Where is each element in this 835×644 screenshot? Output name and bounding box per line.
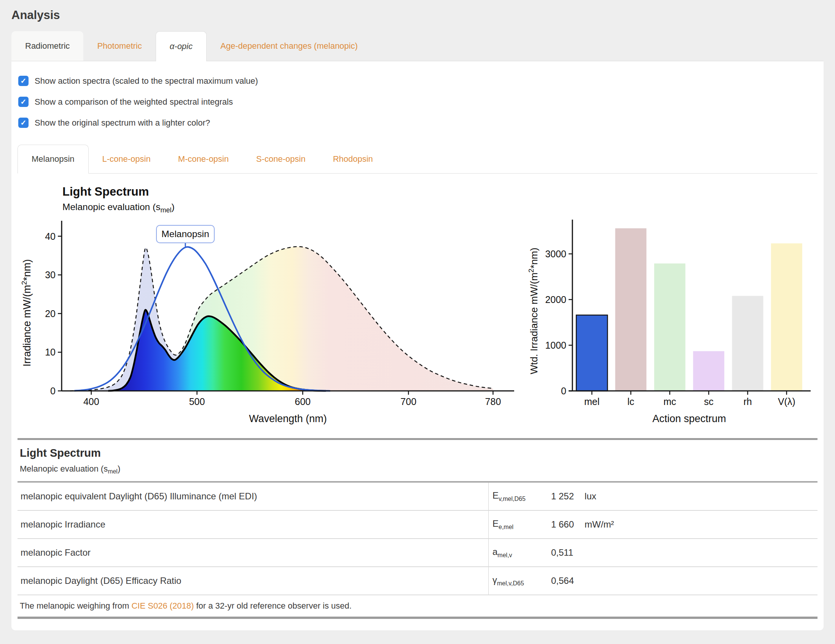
results-table-subtitle: Melanopic evaluation (smel) (20, 464, 815, 475)
metric-label: melanopic equivalent Daylight (D65) Illu… (18, 483, 488, 509)
checkbox-show-action-spectra[interactable]: ✓ (18, 76, 29, 86)
svg-text:rh: rh (743, 396, 752, 407)
metric-unit: mW/m² (585, 519, 614, 530)
checkbox-label: Show a comparison of the weighted spectr… (35, 97, 233, 107)
svg-text:700: 700 (400, 396, 416, 407)
svg-text:Action spectrum: Action spectrum (652, 413, 726, 424)
svg-text:mel: mel (584, 396, 599, 407)
bar-mel (576, 315, 608, 391)
checkmark-icon: ✓ (21, 77, 27, 85)
svg-text:10: 10 (45, 347, 55, 358)
svg-text:Wavelength (nm): Wavelength (nm) (249, 413, 327, 424)
metric-symbol: Ee,mel (488, 511, 551, 538)
checkbox-show-comparison[interactable]: ✓ (18, 97, 29, 107)
svg-text:Irradiance mW/(m2*nm): Irradiance mW/(m2*nm) (20, 259, 33, 366)
tab-radiometric[interactable]: Radiometric (11, 31, 83, 61)
subtab-melanopsin[interactable]: Melanopsin (18, 145, 89, 174)
page-title: Analysis (11, 8, 824, 22)
svg-text:2000: 2000 (545, 294, 566, 305)
checkbox-label: Show action spectra (scaled to the spect… (35, 76, 258, 86)
checkmark-icon: ✓ (21, 119, 27, 126)
metric-label: melanopic Daylight (D65) Efficacy Ratio (18, 568, 488, 594)
bar-mc (654, 263, 686, 391)
subtab-l-cone-opsin[interactable]: L-cone-opsin (89, 145, 164, 173)
photopigment-tab-bar: Melanopsin L-cone-opsin M-cone-opsin S-c… (18, 145, 817, 174)
table-row: melanopic Factor amel,v 0,511 (18, 539, 817, 567)
tab-content-card: ✓ Show action spectra (scaled to the spe… (11, 61, 824, 630)
charts-row: Light SpectrumMelanopic evaluation (smel… (18, 180, 817, 425)
svg-text:500: 500 (189, 396, 205, 407)
cie-s026-link[interactable]: CIE S026 (2018) (131, 601, 194, 610)
main-tab-bar: Radiometric Photometric α-opic Age-depen… (11, 31, 824, 61)
results-table-title: Light Spectrum (20, 447, 815, 459)
bar-V(λ) (771, 243, 802, 391)
metric-value: 0,564 (551, 568, 817, 594)
checkbox-label: Show the original spectrum with a lighte… (35, 118, 210, 128)
table-row: melanopic Daylight (D65) Efficacy Ratio … (18, 567, 817, 595)
tab-photometric[interactable]: Photometric (83, 31, 155, 61)
svg-text:400: 400 (83, 396, 99, 407)
results-table-header: Light Spectrum Melanopic evaluation (sme… (18, 440, 817, 483)
subtab-s-cone-opsin[interactable]: S-cone-opsin (242, 145, 319, 173)
svg-text:V(λ): V(λ) (778, 396, 795, 407)
svg-text:30: 30 (45, 270, 55, 280)
svg-text:0: 0 (561, 385, 566, 396)
svg-text:lc: lc (627, 396, 634, 407)
tab-age-dependent-changes[interactable]: Age-dependent changes (melanopic) (207, 31, 372, 61)
metric-symbol: γmel,v,D65 (488, 567, 551, 595)
svg-text:Wtd. Irradiance mW/(m2*nm): Wtd. Irradiance mW/(m2*nm) (527, 248, 540, 374)
svg-text:mc: mc (663, 396, 676, 407)
bar-rh (732, 296, 764, 391)
page: Analysis Radiometric Photometric α-opic … (0, 0, 835, 630)
checkmark-icon: ✓ (21, 98, 27, 106)
svg-text:1000: 1000 (545, 340, 566, 351)
svg-text:Light Spectrum: Light Spectrum (62, 185, 149, 198)
metric-label: melanopic Factor (18, 540, 488, 566)
svg-text:20: 20 (45, 308, 55, 319)
results-table: Light Spectrum Melanopic evaluation (sme… (18, 438, 817, 619)
checkbox-show-original-spectrum[interactable]: ✓ (18, 118, 29, 128)
bar-sc (693, 351, 724, 391)
checkbox-row-action-spectra: ✓ Show action spectra (scaled to the spe… (18, 76, 817, 86)
svg-text:Melanopic evaluation (smel): Melanopic evaluation (smel) (62, 202, 175, 214)
svg-text:sc: sc (704, 396, 713, 407)
subtab-rhodopsin[interactable]: Rhodopsin (319, 145, 387, 173)
bar-lc (616, 228, 647, 391)
metric-unit: lux (585, 491, 596, 502)
metric-value: 0,511 (551, 540, 817, 566)
metric-value: 1 660mW/m² (551, 512, 817, 537)
metric-symbol: Ev,mel,D65 (488, 483, 551, 510)
subtab-m-cone-opsin[interactable]: M-cone-opsin (164, 145, 242, 173)
svg-text:780: 780 (485, 396, 501, 407)
metric-symbol: amel,v (488, 539, 551, 566)
metric-value: 1 252lux (551, 483, 817, 509)
spectrum-chart: Light SpectrumMelanopic evaluation (smel… (18, 180, 524, 425)
table-row: melanopic Irradiance Ee,mel 1 660mW/m² (18, 511, 817, 539)
weighted-irradiance-bar-chart: mellcmcscrhV(λ)0100020003000Action spect… (524, 180, 817, 425)
svg-text:40: 40 (45, 231, 55, 242)
svg-text:600: 600 (295, 396, 311, 407)
svg-text:3000: 3000 (545, 249, 566, 259)
tab-alpha-opic[interactable]: α-opic (156, 31, 207, 61)
svg-text:0: 0 (50, 385, 55, 396)
checkbox-row-original-spectrum: ✓ Show the original spectrum with a ligh… (18, 118, 817, 128)
checkbox-row-comparison: ✓ Show a comparison of the weighted spec… (18, 97, 817, 107)
table-footnote: The melanopic weighing from CIE S026 (20… (18, 595, 817, 616)
metric-label: melanopic Irradiance (18, 512, 488, 537)
svg-text:Melanopsin: Melanopsin (161, 229, 209, 239)
table-row: melanopic equivalent Daylight (D65) Illu… (18, 483, 817, 511)
